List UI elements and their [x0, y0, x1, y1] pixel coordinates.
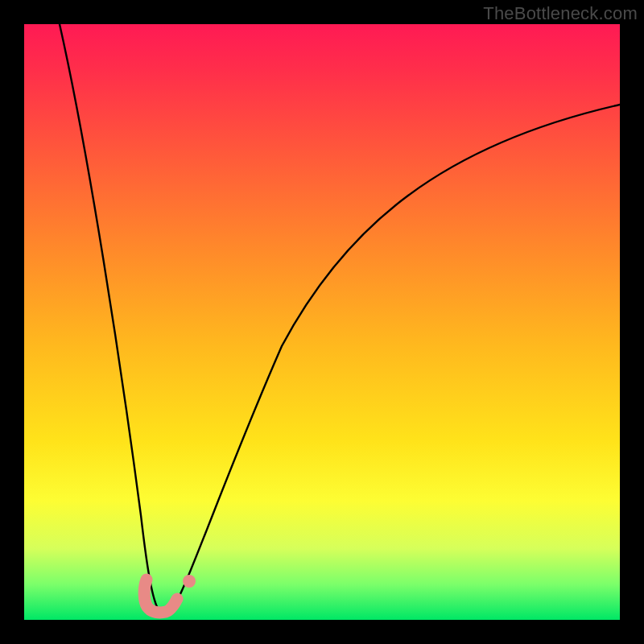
watermark-text: TheBottleneck.com [483, 3, 638, 24]
curve-group [60, 24, 620, 613]
chart-frame [24, 24, 620, 620]
highlight-blob-left [144, 580, 177, 613]
highlight-blob-right [183, 575, 196, 588]
bottleneck-curve [60, 24, 620, 613]
chart-svg [24, 24, 620, 620]
